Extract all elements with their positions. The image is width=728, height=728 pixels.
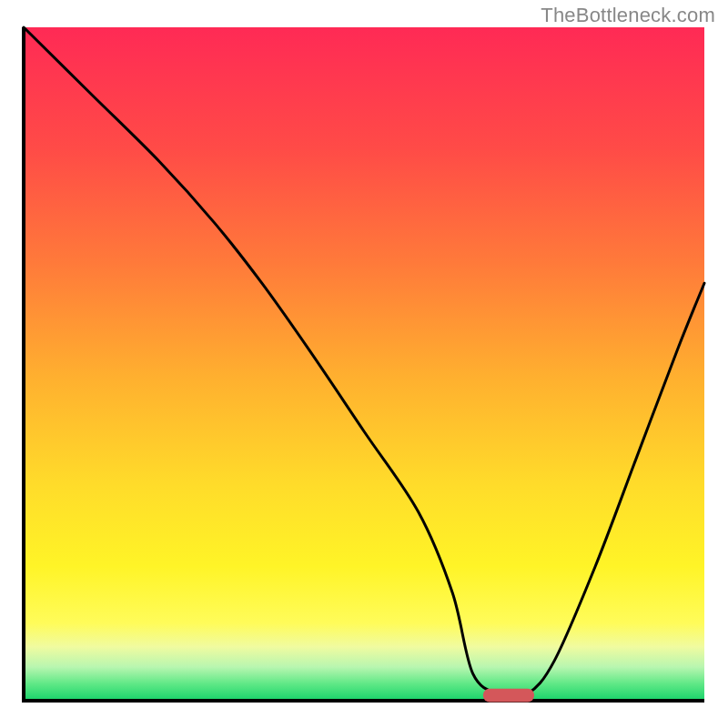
optimal-marker [483,689,534,703]
bottleneck-chart [0,0,728,728]
chart-frame: TheBottleneck.com [0,0,728,728]
